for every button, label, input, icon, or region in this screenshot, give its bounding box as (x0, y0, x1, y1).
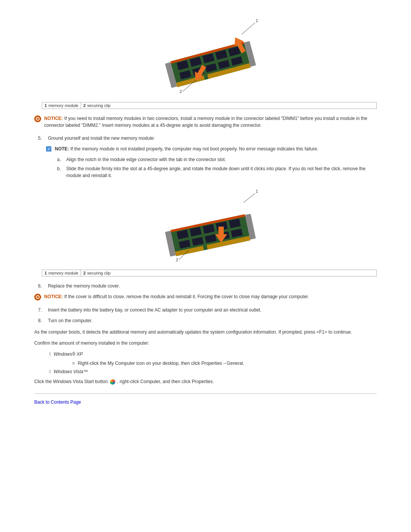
substep-a-text: Align the notch in the module edge conne… (66, 156, 226, 163)
notice-icon-2 (34, 294, 41, 300)
substep-b-label: b. (57, 165, 63, 179)
bullet-list: l Windows® XP o Right-click the My Compu… (49, 351, 377, 375)
diagram1-label1-num: 1 (256, 18, 258, 23)
bullet-vista-marker: l (49, 368, 51, 375)
substep-b: b. Slide the module firmly into the slot… (57, 165, 377, 179)
legend1-num2: 2 (83, 103, 86, 108)
substep-a-label: a. (57, 156, 63, 163)
diagram2-label1-num: 1 (256, 189, 258, 193)
note-block-1: ✓ NOTE: If the memory module is not inst… (46, 145, 377, 152)
legend2-text2: securing clip (87, 271, 110, 275)
notice-text-1: NOTICE: If you need to install memory mo… (44, 115, 377, 129)
legend1-item1: 1 memory module (42, 102, 81, 109)
sub-bullet-list-xp: o Right-click the My Computer icon on yo… (72, 360, 377, 367)
diagram2-label2-num: 2 (176, 257, 178, 262)
bullet-xp-marker: l (49, 351, 51, 358)
note-label-1: NOTE: (55, 146, 69, 152)
step-6: 6. Replace the memory module cover. (34, 283, 377, 289)
memory-diagram-svg-1: 1 2 (152, 15, 259, 99)
note-icon-1: ✓ (46, 146, 52, 152)
para-3: Click the Windows Vista Start button , r… (34, 378, 377, 385)
step-8: 8. Turn on the computer. (34, 317, 377, 324)
diagram-area-1: 1 2 (34, 15, 377, 99)
substep-a: a. Align the notch in the module edge co… (57, 156, 377, 163)
step-5: 5. Ground yourself and install the new m… (34, 135, 377, 142)
legend1-num1: 1 (45, 103, 47, 108)
step-6-num: 6. (38, 283, 46, 289)
legend2-num1: 1 (45, 271, 47, 275)
bullet-xp-text: Windows® XP (54, 351, 83, 358)
step-5-line: 5. Ground yourself and install the new m… (38, 135, 377, 142)
diagram1-legend: 1 memory module 2 securing clip (42, 102, 377, 109)
back-to-contents-link[interactable]: Back to Contents Page (34, 399, 81, 405)
sub-bullet-xp-text: Right-click the My Computer icon on your… (78, 360, 244, 367)
para-2-text: Confirm the amount of memory installed i… (34, 340, 149, 346)
step-7-line: 7. Insert the battery into the battery b… (38, 307, 377, 313)
sub-bullet-xp-marker: o (72, 360, 75, 367)
diagram-area-2: 1 2 (34, 187, 377, 267)
notice-content-1: If you need to install memory modules in… (44, 116, 367, 128)
step-5-num: 5. (38, 135, 46, 142)
bullet-xp: l Windows® XP (49, 351, 377, 358)
step-8-line: 8. Turn on the computer. (38, 317, 377, 324)
bullet-vista: l Windows Vista™ (49, 368, 377, 375)
page-divider (34, 393, 377, 394)
bullet-vista-text: Windows Vista™ (54, 368, 88, 375)
notice-label-2: NOTICE: (44, 294, 63, 299)
para-3-text-after: , right-click Computer, and then click P… (117, 379, 214, 384)
notice-icon-inner-1 (36, 117, 40, 121)
note-text-1: If the memory module is not installed pr… (70, 146, 318, 152)
substep-b-text: Slide the module firmly into the slot at… (66, 165, 377, 179)
legend1-item2: 2 securing clip (81, 102, 113, 109)
legend2-text1: memory module (48, 271, 78, 275)
para-1: As the computer boots, it detects the ad… (34, 329, 377, 336)
notice-block-1: NOTICE: If you need to install memory mo… (34, 115, 377, 129)
legend2-item1: 1 memory module (42, 270, 81, 276)
step-6-text: Replace the memory module cover. (48, 283, 120, 289)
memory-diagram-svg-2: 1 2 (152, 187, 259, 267)
notice-block-2: NOTICE: If the cover is difficult to clo… (34, 293, 377, 300)
step-7-text: Insert the battery into the battery bay,… (48, 307, 261, 313)
diagram1-label2-num: 2 (180, 89, 182, 94)
step-8-num: 8. (38, 317, 46, 324)
sub-bullet-xp: o Right-click the My Computer icon on yo… (72, 360, 377, 367)
notice-icon-1 (34, 115, 41, 122)
step-5-text: Ground yourself and install the new memo… (48, 135, 155, 142)
sub-steps-5: a. Align the notch in the module edge co… (57, 156, 377, 179)
svg-text:✓: ✓ (47, 147, 51, 151)
svg-line-39 (244, 193, 255, 203)
legend1-text2: securing clip (87, 103, 110, 108)
vista-logo-icon (110, 379, 115, 385)
notice-text-2: NOTICE: If the cover is difficult to clo… (44, 293, 309, 300)
notice-label-1: NOTICE: (44, 116, 63, 121)
legend1-text1: memory module (48, 103, 78, 108)
page-container: 1 2 1 memory module 2 securing clip NOTI… (0, 0, 411, 428)
note-content-1: NOTE: If the memory module is not instal… (55, 145, 318, 152)
notice-content-2: If the cover is difficult to close, remo… (64, 294, 309, 299)
legend2-num2: 2 (83, 271, 86, 275)
step-7: 7. Insert the battery into the battery b… (34, 307, 377, 313)
para-1-text: As the computer boots, it detects the ad… (34, 329, 352, 335)
diagram2-legend: 1 memory module 2 securing clip (42, 270, 377, 276)
step-6-line: 6. Replace the memory module cover. (38, 283, 377, 289)
notice-icon-inner-2 (36, 295, 40, 299)
svg-line-18 (242, 23, 255, 34)
para-2: Confirm the amount of memory installed i… (34, 340, 377, 347)
legend2-item2: 2 securing clip (81, 270, 113, 276)
step-7-num: 7. (38, 307, 46, 313)
para-3-text-before: Click the Windows Vista Start button (34, 379, 108, 384)
step-8-text: Turn on the computer. (48, 317, 92, 324)
